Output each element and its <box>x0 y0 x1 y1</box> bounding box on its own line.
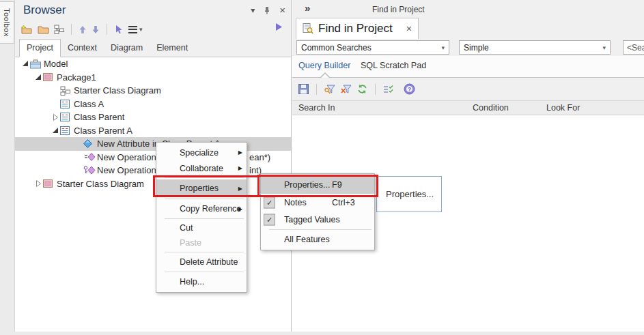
add-filter-icon[interactable] <box>324 83 335 96</box>
submenu-item-tagged-values[interactable]: ✓ Tagged Values <box>261 212 374 228</box>
svg-text:?: ? <box>408 86 411 93</box>
check-icon: ✓ <box>264 197 275 209</box>
dropdown-icon[interactable]: ▾ <box>251 6 255 14</box>
tab-diagram[interactable]: Diagram <box>104 40 150 57</box>
close-icon[interactable]: × <box>406 23 412 34</box>
find-tab-title: Find in Project <box>318 22 393 35</box>
annotation-callout: Properties... <box>376 176 442 212</box>
locate-icon[interactable] <box>114 23 124 36</box>
toolbox-strip: Toolbox <box>0 0 15 332</box>
refresh-icon[interactable] <box>357 83 367 96</box>
annotation-rect-properties <box>153 175 260 197</box>
diagram-list-icon[interactable] <box>54 23 64 36</box>
tree-item-class-parent[interactable]: Class Parent <box>15 111 291 124</box>
tree-item-package1[interactable]: Package1 <box>15 71 291 85</box>
attribute-icon <box>83 139 96 148</box>
browser-panel: Browser ▾ × <box>15 0 292 332</box>
save-icon[interactable] <box>298 83 309 96</box>
package-icon <box>43 179 55 188</box>
expand-toggle-icon[interactable] <box>33 74 43 81</box>
toolbar-separator <box>107 24 107 35</box>
operation-static-icon <box>83 153 96 161</box>
browser-title: Browser <box>23 3 66 17</box>
application-window: Toolbox Browser ▾ × <box>0 0 644 335</box>
folder-icon[interactable] <box>38 23 49 36</box>
diagram-icon <box>60 86 72 96</box>
tree-item-new-operation-1[interactable]: New Operation ean*) <box>15 151 291 164</box>
tree-item-class-parent-a[interactable]: Class Parent A <box>15 124 291 138</box>
find-document-icon <box>303 23 313 34</box>
query-subtabs: Query Builder SQL Scratch Pad <box>292 56 644 77</box>
expand-toggle-icon[interactable] <box>51 128 60 134</box>
column-condition[interactable]: Condition <box>473 103 509 113</box>
find-in-project-tab[interactable]: Find in Project × <box>296 18 419 39</box>
collapse-toggle-icon[interactable] <box>33 180 43 187</box>
menu-item-specialize[interactable]: Specialize ▶ <box>156 145 247 160</box>
class-icon <box>60 113 72 121</box>
menu-item-help[interactable]: Help... <box>156 274 247 290</box>
tree-item-model[interactable]: Model <box>15 57 291 71</box>
double-chevron-icon[interactable]: » <box>305 2 310 14</box>
class-icon <box>60 100 72 108</box>
package-icon <box>43 73 55 81</box>
submenu-item-all-features[interactable]: All Features <box>261 231 374 248</box>
search-category-dropdown[interactable]: Common Searches ▾ <box>296 40 449 55</box>
move-down-icon[interactable] <box>92 23 100 36</box>
results-column-headers: Search In Condition Look For <box>292 100 644 115</box>
menu-separator <box>165 218 244 219</box>
remove-filter-icon[interactable] <box>341 83 352 96</box>
menu-separator <box>165 199 244 199</box>
subtab-sql-scratch-pad[interactable]: SQL Scratch Pad <box>361 61 426 70</box>
menu-separator <box>165 252 244 252</box>
search-term-input[interactable]: <Sea <box>623 40 644 55</box>
query-toolbar: ? <box>292 78 644 100</box>
submenu-arrow-icon: ▶ <box>238 165 242 171</box>
menu-item-cut[interactable]: Cut <box>156 220 247 235</box>
expand-toggle-icon[interactable] <box>20 61 30 67</box>
submenu-arrow-icon: ▶ <box>238 149 242 156</box>
find-tab-row: Find in Project × <box>292 18 644 39</box>
annotation-rect-properties-f9 <box>257 175 378 197</box>
pin-icon[interactable] <box>264 6 270 14</box>
menu-item-copy-reference[interactable]: Copy Reference ▶ <box>156 201 247 217</box>
close-icon[interactable]: × <box>279 5 285 15</box>
menu-icon[interactable]: ▾ <box>128 26 143 33</box>
help-icon[interactable]: ? <box>404 83 415 96</box>
tree-item-text-fragment: ean*) <box>249 151 270 164</box>
column-search-in[interactable]: Search In <box>298 103 335 113</box>
dropdown-caret-icon: ▾ <box>139 26 143 33</box>
browser-tabs: Project Context Diagram Element <box>15 39 291 57</box>
tab-context[interactable]: Context <box>61 40 104 57</box>
menu-item-collaborate[interactable]: Collaborate ▶ <box>156 160 247 176</box>
dock-header: » Find in Project <box>292 0 644 18</box>
browser-toolbar: ▾ <box>15 20 291 39</box>
toolbox-tab[interactable]: Toolbox <box>0 1 14 44</box>
new-model-icon[interactable] <box>20 23 33 36</box>
menu-item-delete-attribute[interactable]: Delete Attribute <box>156 254 247 270</box>
forward-icon[interactable] <box>275 23 283 31</box>
tree-item-class-a[interactable]: Class A <box>15 98 291 111</box>
search-mode-dropdown[interactable]: Simple ▾ <box>459 40 611 55</box>
tab-element[interactable]: Element <box>150 40 195 57</box>
tree-item-new-attribute[interactable]: New Attribute in Class Parent A <box>15 137 291 151</box>
collapse-toggle-icon[interactable] <box>51 114 60 121</box>
context-menu: Specialize ▶ Collaborate ▶ Properties ▶ … <box>156 142 247 293</box>
column-look-for[interactable]: Look For <box>546 103 580 113</box>
menu-item-paste[interactable]: Paste <box>156 235 247 250</box>
subtab-query-builder[interactable]: Query Builder <box>298 61 350 70</box>
check-icon: ✓ <box>264 214 275 226</box>
dock-title: Find in Project <box>372 5 425 14</box>
tree-item-starter-class-diagram[interactable]: Starter Class Diagram <box>15 84 291 98</box>
model-icon <box>30 59 42 69</box>
toolbar-separator <box>71 24 72 35</box>
menu-separator <box>269 229 372 230</box>
dropdown-arrow-icon: ▾ <box>602 44 610 51</box>
menu-separator <box>165 272 244 272</box>
find-in-project-panel: » Find in Project Find in Project × Comm… <box>292 0 644 332</box>
class-icon <box>60 126 72 135</box>
move-up-icon[interactable] <box>79 23 87 36</box>
operation-key-icon <box>83 166 96 175</box>
shortcut-label: Ctrl+3 <box>332 198 355 207</box>
tab-project[interactable]: Project <box>19 39 61 57</box>
options-icon[interactable] <box>383 83 394 96</box>
